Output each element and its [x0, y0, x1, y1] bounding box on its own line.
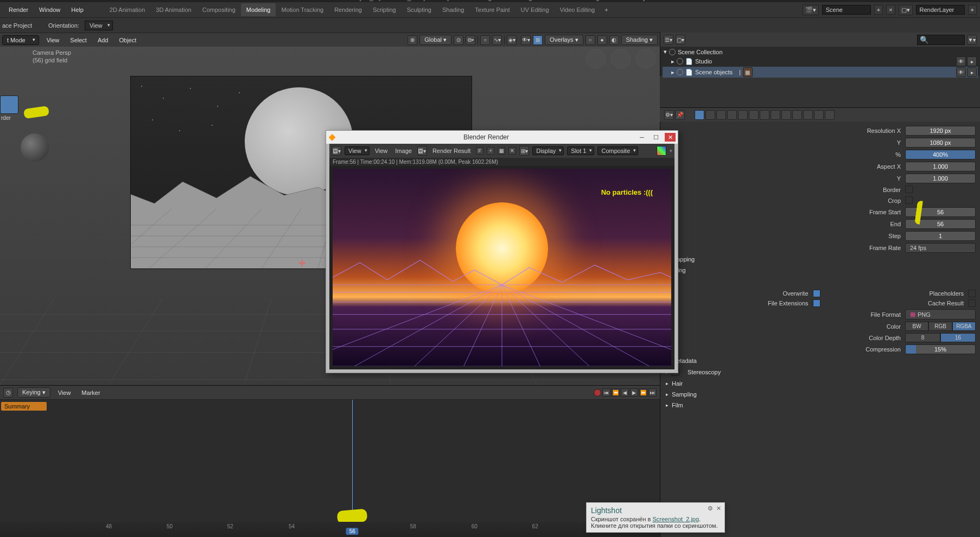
dropdown-fps[interactable]: 24 fps: [905, 243, 976, 253]
slider-res-pct[interactable]: 400%: [905, 150, 976, 159]
workspace-tab-shading[interactable]: Shading: [437, 3, 469, 16]
restrict-icon[interactable]: ▸: [967, 56, 977, 66]
input-aspect-y[interactable]: 1.000: [905, 174, 976, 183]
workspace-tab-uv-editing[interactable]: UV Editing: [516, 3, 555, 16]
section-film[interactable]: Film: [660, 400, 980, 411]
outliner-editor-icon[interactable]: ☰▾: [664, 35, 673, 44]
workspace-tab-2d-animation[interactable]: 2D Animation: [104, 3, 150, 16]
prop-tab-scene[interactable]: [727, 110, 737, 120]
workspace-tab-scripting[interactable]: Scripting: [367, 3, 402, 16]
next-key-icon[interactable]: ⏩: [639, 388, 647, 397]
prop-tab-world[interactable]: [738, 110, 748, 120]
workspace-tab-3d-animation[interactable]: 3D Animation: [150, 3, 196, 16]
ls-close-icon[interactable]: ✕: [716, 505, 721, 512]
uv-select-mode-icon[interactable]: ⊞▾: [519, 146, 529, 156]
image-browse-icon[interactable]: 🖼▾: [417, 146, 427, 156]
pan-gizmo[interactable]: [611, 49, 631, 68]
lightshot-filename-link[interactable]: Screenshot_2.jpg: [652, 516, 699, 522]
tree-item-studio[interactable]: ▸📄 Studio 👁▸: [663, 56, 978, 67]
view-layer-browse-icon[interactable]: ▢▾: [899, 5, 913, 15]
fake-user-toggle[interactable]: F: [476, 147, 483, 155]
timeline-ruler[interactable]: 48 50 52 54 56 58 60 62: [0, 522, 660, 537]
section-sampling[interactable]: Sampling: [660, 389, 980, 400]
orbit-gizmo[interactable]: [586, 49, 606, 68]
prop-tab-data[interactable]: [803, 110, 813, 120]
zoom-gizmo[interactable]: [636, 49, 656, 68]
prop-tab-view-layer[interactable]: [716, 110, 726, 120]
menu-render[interactable]: Render: [3, 3, 34, 16]
shading-lookdev-icon[interactable]: ◐: [609, 35, 619, 45]
workspace-tab-video-editing[interactable]: Video Editing: [555, 3, 601, 16]
timeline-editor-icon[interactable]: ◷: [3, 388, 13, 398]
auto-key-icon[interactable]: [594, 389, 601, 397]
scene-browse-icon[interactable]: 🎬▾: [803, 5, 819, 15]
render-canvas[interactable]: No particles :(((: [333, 169, 671, 366]
scene-new-button[interactable]: +: [874, 5, 883, 15]
checkbox-placeholders[interactable]: [968, 290, 976, 297]
prop-tab-modifier[interactable]: [771, 110, 780, 120]
workspace-add-button[interactable]: +: [600, 3, 612, 16]
scene-delete-button[interactable]: ×: [886, 5, 895, 15]
prop-tab-output[interactable]: [705, 110, 715, 120]
proportional-type-icon[interactable]: ∿▾: [492, 35, 502, 45]
props-editor-icon[interactable]: ⚙▾: [664, 110, 674, 120]
proportional-icon[interactable]: ○: [480, 35, 490, 45]
ls-settings-icon[interactable]: ⚙: [708, 505, 713, 512]
orientation-dropdown[interactable]: View: [85, 21, 113, 30]
maximize-button[interactable]: ☐: [651, 133, 661, 142]
color-mode-rgba[interactable]: RGBA: [952, 322, 976, 331]
unlink-image-button[interactable]: ✕: [508, 147, 516, 155]
checkbox-border[interactable]: [905, 186, 913, 193]
workspace-tab-texture-paint[interactable]: Texture Paint: [469, 3, 515, 16]
minimize-button[interactable]: ─: [637, 133, 647, 142]
hide-toggle-icon[interactable]: 👁: [956, 67, 966, 77]
transform-orient-icon[interactable]: ⊕: [408, 35, 417, 45]
tool-select[interactable]: [0, 95, 18, 114]
gizmo-icon[interactable]: ◈▾: [507, 35, 517, 45]
checkbox-file-ext[interactable]: [813, 299, 820, 307]
jump-start-icon[interactable]: ⏮: [602, 388, 610, 397]
prop-tab-physics[interactable]: [792, 110, 802, 120]
checkbox-overwrite[interactable]: [813, 290, 820, 297]
prop-tab-constraint[interactable]: [760, 110, 769, 120]
workspace-tab-compositing[interactable]: Compositing: [197, 3, 241, 16]
display-mode-icon[interactable]: ▢▾: [676, 35, 685, 44]
props-pin-icon[interactable]: 📌: [675, 110, 685, 120]
scene-name-input[interactable]: Scene: [822, 5, 871, 15]
section-post-processing[interactable]: ssing: [660, 265, 980, 276]
depth-8[interactable]: 8: [905, 333, 940, 342]
snap-icon[interactable]: ⧉▾: [466, 35, 475, 45]
tree-item-scene-objects[interactable]: ▸📄 Scene objects | ▦ 👁▸: [663, 67, 978, 78]
dropdown-file-format[interactable]: ▦PNG: [905, 309, 976, 319]
checkbox-crop[interactable]: [905, 196, 913, 204]
slider-compression[interactable]: 15%: [905, 344, 976, 354]
color-mode-bw[interactable]: BW: [905, 322, 928, 331]
image-editor-type-icon[interactable]: 🖼▾: [332, 146, 341, 156]
input-res-y[interactable]: 1080 px: [905, 138, 976, 148]
workspace-tab-rendering[interactable]: Rendering: [329, 3, 367, 16]
object-mode-dropdown[interactable]: t Mode: [2, 35, 39, 45]
color-channels-icon[interactable]: [657, 146, 666, 156]
viewport-menu-view[interactable]: View: [43, 35, 63, 46]
prop-tab-texture[interactable]: [825, 110, 835, 120]
view-layer-new-button[interactable]: +: [968, 5, 977, 15]
pass-dd[interactable]: Composite: [597, 146, 638, 155]
timeline-menu-view[interactable]: View: [55, 387, 74, 398]
input-frame-step[interactable]: 1: [905, 231, 976, 241]
depth-16[interactable]: 16: [940, 333, 976, 342]
viewport-menu-add[interactable]: Add: [94, 35, 112, 46]
slot-dd[interactable]: Slot 1: [567, 146, 594, 155]
visibility-dropdown-icon[interactable]: 👁▾: [521, 35, 531, 45]
render-window[interactable]: 🔶 Blender Render ─ ☐ ✕ 🖼▾ View View Imag…: [326, 130, 678, 373]
play-reverse-icon[interactable]: ◀: [621, 388, 629, 397]
section-stereoscopy[interactable]: Stereoscopy: [660, 366, 980, 378]
view-layer-input[interactable]: RenderLayer: [916, 5, 965, 15]
outliner-search-input[interactable]: [917, 35, 965, 45]
summary-track[interactable]: Summary: [1, 402, 47, 411]
image-menu-view[interactable]: View: [373, 146, 390, 155]
lightshot-notification[interactable]: ⚙ ✕ Lightshot Скриншот сохранён в Screen…: [586, 502, 725, 533]
timeline-menu-marker[interactable]: Marker: [78, 387, 103, 398]
viewport-menu-object[interactable]: Object: [116, 35, 139, 46]
close-button[interactable]: ✕: [665, 133, 676, 142]
overlay-toggle-icon[interactable]: ⊞: [533, 35, 543, 45]
